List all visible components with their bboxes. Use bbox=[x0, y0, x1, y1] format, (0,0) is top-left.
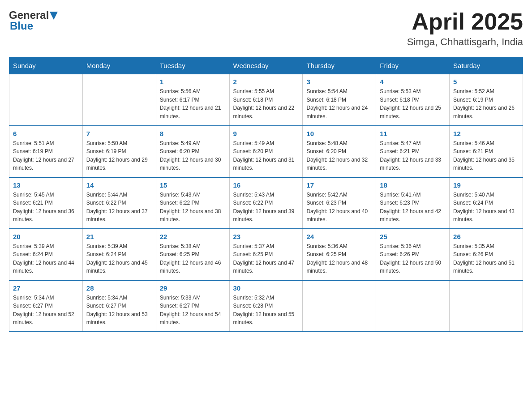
weekday-header-wednesday: Wednesday bbox=[229, 57, 303, 74]
page-header: General Blue April 2025 Simga, Chhattisg… bbox=[9, 9, 523, 48]
day-number: 25 bbox=[380, 233, 446, 240]
calendar-cell bbox=[9, 74, 83, 126]
day-number: 27 bbox=[13, 284, 79, 292]
logo: General Blue bbox=[9, 9, 58, 32]
calendar-cell: 19Sunrise: 5:40 AMSunset: 6:24 PMDayligh… bbox=[450, 177, 523, 229]
day-info: Sunrise: 5:46 AMSunset: 6:21 PMDaylight:… bbox=[453, 139, 519, 172]
calendar-cell: 9Sunrise: 5:49 AMSunset: 6:20 PMDaylight… bbox=[229, 126, 303, 177]
weekday-header-sunday: Sunday bbox=[9, 57, 83, 74]
calendar-cell: 1Sunrise: 5:56 AMSunset: 6:17 PMDaylight… bbox=[156, 74, 229, 126]
logo-blue-text: Blue bbox=[10, 20, 33, 32]
calendar-cell: 6Sunrise: 5:51 AMSunset: 6:19 PMDaylight… bbox=[9, 126, 83, 177]
calendar-cell: 8Sunrise: 5:49 AMSunset: 6:20 PMDaylight… bbox=[156, 126, 229, 177]
calendar-cell: 25Sunrise: 5:36 AMSunset: 6:26 PMDayligh… bbox=[376, 229, 450, 280]
calendar-cell: 2Sunrise: 5:55 AMSunset: 6:18 PMDaylight… bbox=[229, 74, 303, 126]
day-info: Sunrise: 5:49 AMSunset: 6:20 PMDaylight:… bbox=[233, 139, 299, 172]
day-info: Sunrise: 5:39 AMSunset: 6:24 PMDaylight:… bbox=[86, 242, 152, 275]
location-title: Simga, Chhattisgarh, India bbox=[407, 36, 523, 48]
day-number: 26 bbox=[453, 233, 519, 240]
day-info: Sunrise: 5:47 AMSunset: 6:21 PMDaylight:… bbox=[380, 139, 446, 172]
day-number: 5 bbox=[453, 78, 519, 86]
calendar-cell: 28Sunrise: 5:34 AMSunset: 6:27 PMDayligh… bbox=[82, 280, 156, 332]
day-info: Sunrise: 5:45 AMSunset: 6:21 PMDaylight:… bbox=[13, 191, 79, 224]
day-number: 29 bbox=[160, 284, 226, 292]
calendar-cell bbox=[303, 280, 376, 332]
day-info: Sunrise: 5:53 AMSunset: 6:18 PMDaylight:… bbox=[380, 87, 446, 120]
calendar-week-row: 1Sunrise: 5:56 AMSunset: 6:17 PMDaylight… bbox=[9, 74, 523, 126]
day-number: 13 bbox=[13, 181, 79, 189]
day-number: 2 bbox=[233, 78, 299, 86]
day-number: 1 bbox=[160, 78, 226, 86]
calendar-week-row: 13Sunrise: 5:45 AMSunset: 6:21 PMDayligh… bbox=[9, 177, 523, 229]
day-info: Sunrise: 5:43 AMSunset: 6:22 PMDaylight:… bbox=[233, 191, 299, 224]
day-info: Sunrise: 5:48 AMSunset: 6:20 PMDaylight:… bbox=[306, 139, 372, 172]
day-info: Sunrise: 5:34 AMSunset: 6:27 PMDaylight:… bbox=[13, 294, 79, 327]
day-number: 22 bbox=[160, 233, 226, 240]
day-info: Sunrise: 5:49 AMSunset: 6:20 PMDaylight:… bbox=[160, 139, 226, 172]
day-info: Sunrise: 5:35 AMSunset: 6:26 PMDaylight:… bbox=[453, 242, 519, 275]
calendar-cell: 12Sunrise: 5:46 AMSunset: 6:21 PMDayligh… bbox=[450, 126, 523, 177]
calendar-cell: 21Sunrise: 5:39 AMSunset: 6:24 PMDayligh… bbox=[82, 229, 156, 280]
day-info: Sunrise: 5:43 AMSunset: 6:22 PMDaylight:… bbox=[160, 191, 226, 224]
day-info: Sunrise: 5:52 AMSunset: 6:19 PMDaylight:… bbox=[453, 87, 519, 120]
calendar-table: SundayMondayTuesdayWednesdayThursdayFrid… bbox=[9, 57, 523, 332]
day-info: Sunrise: 5:34 AMSunset: 6:27 PMDaylight:… bbox=[86, 294, 152, 327]
day-number: 7 bbox=[86, 130, 152, 137]
day-info: Sunrise: 5:40 AMSunset: 6:24 PMDaylight:… bbox=[453, 191, 519, 224]
day-number: 3 bbox=[306, 78, 372, 86]
calendar-cell: 14Sunrise: 5:44 AMSunset: 6:22 PMDayligh… bbox=[82, 177, 156, 229]
day-info: Sunrise: 5:50 AMSunset: 6:19 PMDaylight:… bbox=[86, 139, 152, 172]
logo-triangle-icon bbox=[50, 12, 58, 20]
weekday-header-friday: Friday bbox=[376, 57, 450, 74]
calendar-cell: 16Sunrise: 5:43 AMSunset: 6:22 PMDayligh… bbox=[229, 177, 303, 229]
calendar-cell: 3Sunrise: 5:54 AMSunset: 6:18 PMDaylight… bbox=[303, 74, 376, 126]
day-number: 8 bbox=[160, 130, 226, 137]
day-info: Sunrise: 5:56 AMSunset: 6:17 PMDaylight:… bbox=[160, 87, 226, 120]
day-number: 10 bbox=[306, 130, 372, 137]
calendar-cell: 27Sunrise: 5:34 AMSunset: 6:27 PMDayligh… bbox=[9, 280, 83, 332]
day-number: 4 bbox=[380, 78, 446, 86]
svg-marker-0 bbox=[50, 12, 58, 20]
day-number: 15 bbox=[160, 181, 226, 189]
calendar-cell bbox=[450, 280, 523, 332]
day-number: 6 bbox=[13, 130, 79, 137]
calendar-week-row: 27Sunrise: 5:34 AMSunset: 6:27 PMDayligh… bbox=[9, 280, 523, 332]
calendar-cell: 20Sunrise: 5:39 AMSunset: 6:24 PMDayligh… bbox=[9, 229, 83, 280]
month-title: April 2025 bbox=[407, 9, 523, 34]
day-info: Sunrise: 5:51 AMSunset: 6:19 PMDaylight:… bbox=[13, 139, 79, 172]
calendar-cell bbox=[82, 74, 156, 126]
calendar-cell: 11Sunrise: 5:47 AMSunset: 6:21 PMDayligh… bbox=[376, 126, 450, 177]
day-info: Sunrise: 5:39 AMSunset: 6:24 PMDaylight:… bbox=[13, 242, 79, 275]
day-number: 11 bbox=[380, 130, 446, 137]
calendar-week-row: 20Sunrise: 5:39 AMSunset: 6:24 PMDayligh… bbox=[9, 229, 523, 280]
day-number: 19 bbox=[453, 181, 519, 189]
day-number: 21 bbox=[86, 233, 152, 240]
day-number: 9 bbox=[233, 130, 299, 137]
calendar-cell: 17Sunrise: 5:42 AMSunset: 6:23 PMDayligh… bbox=[303, 177, 376, 229]
calendar-cell: 4Sunrise: 5:53 AMSunset: 6:18 PMDaylight… bbox=[376, 74, 450, 126]
weekday-header-thursday: Thursday bbox=[303, 57, 376, 74]
day-number: 23 bbox=[233, 233, 299, 240]
day-info: Sunrise: 5:32 AMSunset: 6:28 PMDaylight:… bbox=[233, 294, 299, 327]
weekday-header-monday: Monday bbox=[82, 57, 156, 74]
day-info: Sunrise: 5:36 AMSunset: 6:26 PMDaylight:… bbox=[380, 242, 446, 275]
day-info: Sunrise: 5:42 AMSunset: 6:23 PMDaylight:… bbox=[306, 191, 372, 224]
day-number: 30 bbox=[233, 284, 299, 292]
day-number: 16 bbox=[233, 181, 299, 189]
day-info: Sunrise: 5:33 AMSunset: 6:27 PMDaylight:… bbox=[160, 294, 226, 327]
day-number: 14 bbox=[86, 181, 152, 189]
day-info: Sunrise: 5:38 AMSunset: 6:25 PMDaylight:… bbox=[160, 242, 226, 275]
calendar-cell: 15Sunrise: 5:43 AMSunset: 6:22 PMDayligh… bbox=[156, 177, 229, 229]
day-info: Sunrise: 5:44 AMSunset: 6:22 PMDaylight:… bbox=[86, 191, 152, 224]
day-number: 28 bbox=[86, 284, 152, 292]
day-info: Sunrise: 5:36 AMSunset: 6:25 PMDaylight:… bbox=[306, 242, 372, 275]
day-info: Sunrise: 5:54 AMSunset: 6:18 PMDaylight:… bbox=[306, 87, 372, 120]
calendar-cell: 5Sunrise: 5:52 AMSunset: 6:19 PMDaylight… bbox=[450, 74, 523, 126]
calendar-cell: 13Sunrise: 5:45 AMSunset: 6:21 PMDayligh… bbox=[9, 177, 83, 229]
day-number: 12 bbox=[453, 130, 519, 137]
day-info: Sunrise: 5:55 AMSunset: 6:18 PMDaylight:… bbox=[233, 87, 299, 120]
day-info: Sunrise: 5:41 AMSunset: 6:23 PMDaylight:… bbox=[380, 191, 446, 224]
day-number: 17 bbox=[306, 181, 372, 189]
title-section: April 2025 Simga, Chhattisgarh, India bbox=[407, 9, 523, 48]
calendar-cell: 26Sunrise: 5:35 AMSunset: 6:26 PMDayligh… bbox=[450, 229, 523, 280]
